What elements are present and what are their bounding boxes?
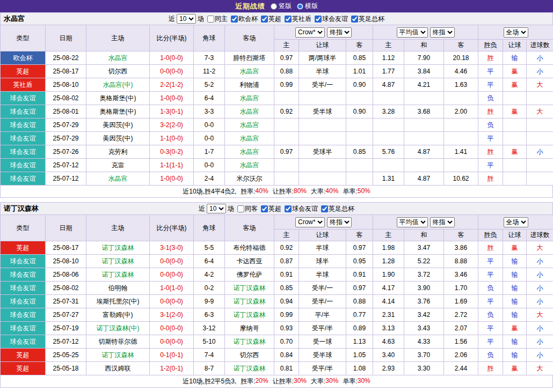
home-team-cell[interactable]: 切尔西 xyxy=(86,65,150,78)
scope-select[interactable]: 全场 xyxy=(504,27,528,38)
goals-result-cell: 小 xyxy=(527,335,553,349)
table-row: 球会友谊25-07-26克劳利0-3(0-2)1-7水晶宫0.97受球半0.85… xyxy=(1,145,553,159)
league-filter[interactable]: 球会友谊 xyxy=(315,14,348,24)
away-team-cell[interactable]: 腓特烈斯塔 xyxy=(225,51,274,65)
league-badge: 欧会杯 xyxy=(1,51,46,65)
odds-group-header: Crow*终指 xyxy=(274,215,373,230)
home-team-cell[interactable]: 诺丁汉森林 xyxy=(86,255,150,268)
away-team-cell[interactable]: 水晶宫 xyxy=(225,65,274,78)
match-count-select[interactable]: 10 xyxy=(207,204,226,213)
league-filter[interactable]: 英社盾 xyxy=(285,14,311,24)
away-team-cell[interactable]: 利物浦 xyxy=(225,78,274,92)
home-team-cell[interactable]: 克劳利 xyxy=(86,145,150,159)
league-badge: 球会友谊 xyxy=(1,335,46,349)
same-venue-checkbox[interactable] xyxy=(237,205,244,212)
home-team-cell[interactable]: 诺丁汉森林 xyxy=(86,268,150,282)
layout-horizontal-radio[interactable] xyxy=(297,3,303,10)
col-type: 类型 xyxy=(1,215,46,241)
home-team-cell[interactable]: 诺丁汉森林(中) xyxy=(86,322,150,335)
league-filter[interactable]: 球会友谊 xyxy=(285,204,318,213)
league-filter[interactable]: 英超 xyxy=(261,204,281,213)
league-filter-checkbox[interactable] xyxy=(261,16,268,23)
avg-home-cell: 1.28 xyxy=(373,255,404,268)
result-cell: 胜 xyxy=(478,51,503,65)
away-team-cell[interactable]: 摩纳哥 xyxy=(225,322,274,335)
header-row-1: 类型日期主场比分(半场)角球客场Crow*终指平均值终指全场 xyxy=(1,215,553,230)
league-filter[interactable]: 英足总杯 xyxy=(321,204,354,213)
home-team-cell[interactable]: 切斯特菲尔德 xyxy=(86,335,150,349)
result-group-header: 全场 xyxy=(478,215,553,230)
avg-away-cell: 2.72 xyxy=(444,308,478,322)
odds-stage-select[interactable]: 终指 xyxy=(327,217,352,227)
layout-vertical-radio[interactable] xyxy=(271,3,277,10)
home-team-cell[interactable]: 西汉姆联 xyxy=(86,362,150,375)
home-team-cell[interactable]: 诺丁汉森林 xyxy=(86,349,150,362)
league-filter-checkbox[interactable] xyxy=(285,205,292,212)
odds-away-cell: 0.97 xyxy=(346,282,373,295)
result-cell: 胜 xyxy=(478,172,503,186)
same-venue-filter[interactable]: 同主 xyxy=(207,14,228,24)
away-team-cell[interactable]: 诺丁汉森林 xyxy=(225,295,274,308)
away-team-cell[interactable]: 诺丁汉森林 xyxy=(225,335,274,349)
league-filter-checkbox[interactable] xyxy=(285,16,292,23)
date-cell: 25-07-29 xyxy=(46,132,86,145)
avg-stage-select[interactable]: 终指 xyxy=(430,217,455,227)
home-team-cell[interactable]: 水晶宫(中) xyxy=(86,78,150,92)
odds-source-select[interactable]: Crow* xyxy=(295,27,325,38)
avg-home-cell: 1.77 xyxy=(373,65,404,78)
avg-home-cell: 4.87 xyxy=(373,78,404,92)
away-team-cell[interactable]: 卡达西亚 xyxy=(225,255,274,268)
league-filter-checkbox[interactable] xyxy=(321,205,328,212)
away-team-cell[interactable]: 米尔沃尔 xyxy=(225,172,274,186)
avg-source-select[interactable]: 平均值 xyxy=(397,217,428,227)
avg-source-select[interactable]: 平均值 xyxy=(397,27,428,38)
scope-select[interactable]: 全场 xyxy=(504,217,528,227)
home-team-cell[interactable]: 水晶宫 xyxy=(86,172,150,186)
home-team-cell[interactable]: 水晶宫 xyxy=(86,51,150,65)
league-filter-checkbox[interactable] xyxy=(261,205,268,212)
home-team-cell[interactable]: 美因茨(中) xyxy=(86,132,150,145)
layout-vertical-option[interactable]: 竖版 xyxy=(271,2,292,11)
league-filter-checkbox[interactable] xyxy=(231,16,238,23)
away-team-cell[interactable]: 诺丁汉森林 xyxy=(225,282,274,295)
away-team-cell[interactable]: 水晶宫 xyxy=(225,132,274,145)
same-venue-checkbox[interactable] xyxy=(207,16,214,23)
away-team-cell[interactable]: 水晶宫 xyxy=(225,145,274,159)
home-team-cell[interactable]: 埃斯托里尔(中) xyxy=(86,295,150,308)
league-filter[interactable]: 欧会杯 xyxy=(231,14,258,24)
avg-draw-cell: 3.76 xyxy=(404,295,444,308)
league-filter-checkbox[interactable] xyxy=(315,16,322,23)
league-filter[interactable]: 英超 xyxy=(261,14,281,24)
odds-stage-select[interactable]: 终指 xyxy=(327,27,352,38)
avg-home-cell: 3.13 xyxy=(373,322,404,335)
odds-source-select[interactable]: Crow* xyxy=(295,217,325,227)
layout-horizontal-option[interactable]: 横版 xyxy=(297,2,318,11)
home-team-cell[interactable]: 伯明翰 xyxy=(86,282,150,295)
league-filter[interactable]: 英足总杯 xyxy=(351,14,384,24)
home-team-cell[interactable]: 奥格斯堡(中) xyxy=(86,105,150,119)
away-team-cell[interactable]: 诺丁汉森林 xyxy=(225,362,274,375)
league-filter-checkbox[interactable] xyxy=(351,16,358,23)
match-count-select[interactable]: 10 xyxy=(177,14,196,24)
odds-handicap-cell: 受半球 xyxy=(299,105,346,119)
away-team-cell[interactable]: 切尔西 xyxy=(225,349,274,362)
odds-handicap-cell xyxy=(299,119,346,132)
home-team-cell[interactable]: 奥格斯堡(中) xyxy=(86,92,150,105)
away-team-cell[interactable]: 水晶宫 xyxy=(225,92,274,105)
home-team-cell[interactable]: 克雷 xyxy=(86,159,150,172)
avg-stage-select[interactable]: 终指 xyxy=(430,27,455,38)
date-cell: 25-08-10 xyxy=(46,255,86,268)
summary-stat-label: 让胜率: xyxy=(273,187,294,196)
same-venue-filter[interactable]: 同客 xyxy=(237,204,258,213)
away-team-cell[interactable]: 水晶宫 xyxy=(225,159,274,172)
away-team-cell[interactable]: 水晶宫 xyxy=(225,105,274,119)
goals-result-cell xyxy=(527,132,553,145)
away-team-cell[interactable]: 佛罗伦萨 xyxy=(225,268,274,282)
away-team-cell[interactable]: 诺丁汉森林 xyxy=(225,308,274,322)
away-team-cell[interactable]: 水晶宫 xyxy=(225,119,274,132)
home-team-cell[interactable]: 诺丁汉森林 xyxy=(86,241,150,255)
home-team-cell[interactable]: 富勒姆(中) xyxy=(86,308,150,322)
home-team-cell[interactable]: 美因茨(中) xyxy=(86,119,150,132)
away-team-cell[interactable]: 布伦特福德 xyxy=(225,241,274,255)
table-row: 球会友谊25-08-06诺丁汉森林0-0(0-0)4-2佛罗伦萨0.91半球0.… xyxy=(1,268,553,282)
